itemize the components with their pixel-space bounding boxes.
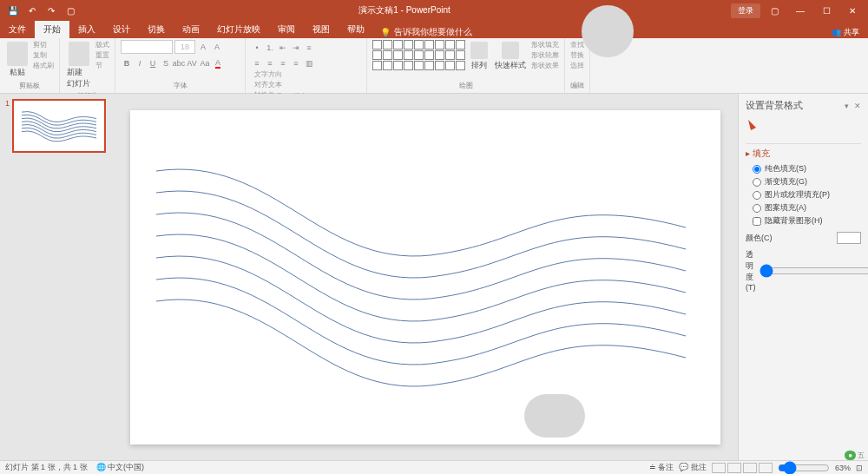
tab-insert[interactable]: 插入 — [69, 21, 104, 38]
zoom-slider[interactable] — [778, 461, 830, 475]
slide-canvas-area[interactable] — [113, 94, 738, 460]
format-painter-button[interactable]: 格式刷 — [33, 61, 54, 70]
justify-button[interactable]: ≡ — [290, 57, 302, 69]
close-icon[interactable]: ✕ — [840, 2, 865, 19]
copy-button[interactable]: 复制 — [33, 50, 54, 60]
align-left-button[interactable]: ≡ — [251, 57, 263, 69]
language-indicator[interactable]: 🌐 中文(中国) — [96, 462, 145, 473]
char-spacing-button[interactable]: AV — [186, 57, 198, 69]
tray-ime-icon[interactable]: 五 — [858, 451, 865, 460]
new-slide-button[interactable]: 新建 幻灯片 — [65, 40, 92, 91]
ribbon: 粘贴 剪切 复制 格式刷 剪贴板 新建 幻灯片 版式 重置 节 幻灯片 — [0, 38, 868, 94]
tab-help[interactable]: 帮助 — [339, 21, 373, 38]
shapes-gallery[interactable] — [372, 40, 465, 70]
statusbar: 幻灯片 第 1 张，共 1 张 🌐 中文(中国) ≐ 备注 💬 批注 63% ⊡ — [0, 460, 868, 474]
comments-button[interactable]: 💬 批注 — [679, 462, 707, 473]
paste-button[interactable]: 粘贴 — [5, 40, 30, 80]
redo-icon[interactable]: ↷ — [43, 3, 59, 18]
pane-close-icon[interactable]: ✕ — [854, 102, 861, 110]
strike-button[interactable]: S — [160, 57, 172, 69]
tab-view[interactable]: 视图 — [304, 21, 339, 38]
zoom-level[interactable]: 63% — [835, 464, 851, 472]
font-color-button[interactable]: A — [212, 57, 224, 69]
group-label-drawing: 绘图 — [372, 81, 559, 91]
group-label-editing: 编辑 — [570, 81, 584, 91]
quick-styles-button[interactable]: 快速样式 — [493, 40, 528, 73]
paste-icon — [7, 42, 28, 66]
radio-gradient-fill[interactable]: 渐变填充(G) — [753, 176, 861, 188]
reset-button[interactable]: 重置 — [95, 50, 109, 60]
maximize-icon[interactable]: ☐ — [814, 2, 838, 19]
tab-transitions[interactable]: 切换 — [139, 21, 174, 38]
slide-thumbnail-1[interactable] — [12, 99, 106, 153]
notes-button[interactable]: ≐ 备注 — [649, 462, 674, 473]
tab-review[interactable]: 审阅 — [269, 21, 304, 38]
tab-file[interactable]: 文件 — [0, 21, 35, 38]
color-picker-button[interactable] — [837, 232, 861, 244]
text-direction-button[interactable]: 文字方向 — [254, 69, 361, 79]
radio-picture-fill[interactable]: 图片或纹理填充(P) — [753, 189, 861, 201]
group-paragraph: • 1. ⇤ ⇥ ≡ ≡ ≡ ≡ ≡ ▥ 文字方向 对齐文本 转换为 Smart… — [246, 38, 367, 93]
bold-button[interactable]: B — [121, 57, 133, 69]
fit-to-window-button[interactable]: ⊡ — [856, 464, 863, 472]
transparency-slider[interactable] — [760, 264, 869, 278]
italic-button[interactable]: I — [134, 57, 146, 69]
cut-button[interactable]: 剪切 — [33, 40, 54, 49]
share-button[interactable]: 👥 共享 — [832, 27, 859, 38]
undo-icon[interactable]: ↶ — [24, 3, 40, 18]
start-slideshow-icon[interactable]: ▢ — [62, 3, 78, 18]
line-spacing-button[interactable]: ≡ — [303, 42, 315, 54]
bullets-button[interactable]: • — [251, 42, 263, 54]
transparency-label: 透明度(T) — [746, 249, 756, 292]
section-button[interactable]: 节 — [95, 61, 109, 70]
arrange-button[interactable]: 排列 — [469, 40, 490, 73]
group-drawing: 排列 快速样式 形状填充 形状轮廓 形状效果 绘图 — [367, 38, 565, 93]
app-title: 演示文稿1 - PowerPoint — [78, 4, 731, 16]
decrease-font-icon[interactable]: A — [211, 41, 223, 53]
numbering-button[interactable]: 1. — [264, 42, 276, 54]
fill-category-icon[interactable] — [746, 117, 761, 133]
find-button[interactable]: 查找 — [570, 40, 584, 49]
slide-thumbnails-panel[interactable]: 1 — [0, 94, 113, 460]
slide-canvas[interactable] — [130, 110, 720, 444]
underline-button[interactable]: U — [147, 57, 159, 69]
indent-inc-button[interactable]: ⇥ — [290, 42, 302, 54]
align-center-button[interactable]: ≡ — [264, 57, 276, 69]
shape-fill-button[interactable]: 形状填充 — [531, 40, 559, 49]
font-family-select[interactable] — [121, 40, 173, 54]
main-area: 1 — [0, 94, 868, 460]
sorter-view-button[interactable] — [727, 463, 741, 473]
tell-me-search[interactable]: 💡 告诉我你想要做什么 — [380, 26, 472, 38]
align-text-button[interactable]: 对齐文本 — [254, 80, 361, 89]
tab-animations[interactable]: 动画 — [174, 21, 208, 38]
minimize-icon[interactable]: — — [788, 2, 812, 19]
case-button[interactable]: Aa — [199, 57, 211, 69]
shape-outline-button[interactable]: 形状轮廓 — [531, 50, 559, 60]
shadow-button[interactable]: abc — [173, 57, 185, 69]
font-size-select[interactable] — [174, 40, 195, 54]
slideshow-view-button[interactable] — [759, 463, 773, 473]
group-font: A A B I U S abc AV Aa A 字体 — [115, 38, 246, 93]
layout-button[interactable]: 版式 — [95, 40, 109, 49]
columns-button[interactable]: ▥ — [303, 57, 315, 69]
increase-font-icon[interactable]: A — [197, 41, 209, 53]
save-icon[interactable]: 💾 — [5, 3, 21, 18]
tab-design[interactable]: 设计 — [104, 21, 139, 38]
reading-view-button[interactable] — [743, 463, 757, 473]
checkbox-hide-bg[interactable]: 隐藏背景图形(H) — [753, 215, 861, 227]
ribbon-options-icon[interactable]: ▢ — [762, 2, 786, 19]
replace-button[interactable]: 替换 — [570, 50, 584, 60]
login-button[interactable]: 登录 — [731, 3, 760, 18]
shape-effects-button[interactable]: 形状效果 — [531, 61, 559, 70]
pane-dropdown-icon[interactable]: ▾ — [845, 102, 849, 110]
tab-slideshow[interactable]: 幻灯片放映 — [208, 21, 269, 38]
radio-solid-fill[interactable]: 纯色填充(S) — [753, 163, 861, 174]
normal-view-button[interactable] — [712, 463, 726, 473]
align-right-button[interactable]: ≡ — [277, 57, 289, 69]
tab-home[interactable]: 开始 — [35, 21, 69, 38]
slide-counter[interactable]: 幻灯片 第 1 张，共 1 张 — [5, 462, 88, 473]
select-button[interactable]: 选择 — [570, 61, 584, 70]
indent-dec-button[interactable]: ⇤ — [277, 42, 289, 54]
radio-pattern-fill[interactable]: 图案填充(A) — [753, 202, 861, 214]
fill-section-header[interactable]: ▸ 填充 — [746, 148, 861, 160]
